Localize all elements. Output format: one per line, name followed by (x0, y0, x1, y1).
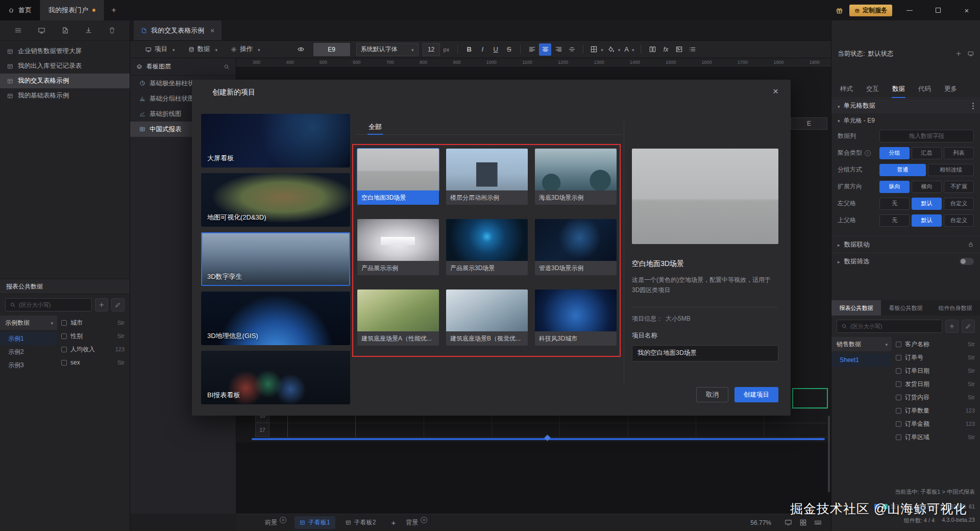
template-card[interactable]: 建筑底座场景B（视觉优... (446, 289, 528, 346)
data-source-tab[interactable]: 组件自身数据 (930, 300, 980, 316)
field-row[interactable]: 订单日期 Str (892, 364, 980, 377)
field-row[interactable]: 性别 Str (57, 329, 130, 343)
foreground-button[interactable]: 前景 (265, 518, 286, 527)
field-row[interactable]: 人均收入 123 (57, 343, 130, 356)
panel-search-input[interactable]: (区分大小写) (837, 320, 942, 333)
template-card[interactable]: 楼层分层动画示例 (446, 149, 528, 205)
font-size-select[interactable]: 12 (423, 43, 440, 56)
top-parent-option[interactable]: 默认 (912, 214, 942, 227)
vertical-scrollbar[interactable] (828, 416, 830, 492)
sheet-item[interactable]: 示例2 (0, 345, 57, 358)
field-checkbox[interactable] (896, 355, 901, 360)
expand-direction-option[interactable]: 不扩展 (944, 181, 974, 193)
field-row[interactable]: 订单金额 123 (892, 417, 980, 430)
function-button[interactable]: fx (659, 43, 672, 56)
dataset-select[interactable]: 示例数据 (0, 316, 57, 330)
subboard-tab[interactable]: 子看板2 (340, 516, 381, 529)
aggregation-option[interactable]: 分组 (879, 147, 910, 159)
panel-tab[interactable]: 更多 (938, 81, 964, 98)
field-checkbox[interactable] (896, 408, 901, 414)
fit-screen-icon[interactable] (785, 519, 792, 526)
template-card[interactable]: 海底3D场景示例 (535, 149, 617, 205)
minimize-button[interactable] (898, 0, 921, 20)
fill-color-button[interactable] (606, 43, 622, 56)
underline-button[interactable]: U (489, 43, 502, 56)
sidebar-item[interactable]: 我的交叉表格示例 (0, 74, 130, 88)
field-checkbox[interactable] (61, 347, 67, 352)
bold-button[interactable]: B (463, 43, 475, 56)
category-card[interactable]: 大屏看板 (201, 114, 350, 167)
add-dataset-button[interactable] (95, 298, 108, 311)
merge-cells-button[interactable] (646, 43, 658, 56)
filter-tab-all[interactable]: 全部 (363, 119, 387, 134)
delete-button[interactable] (106, 25, 118, 36)
left-parent-option[interactable]: 默认 (912, 198, 942, 210)
panel-tab[interactable]: 数据 (886, 81, 912, 98)
category-card[interactable]: BI报表看板 (201, 351, 350, 404)
field-checkbox[interactable] (896, 381, 901, 387)
custom-service-badge[interactable]: 定制服务 (849, 5, 892, 16)
font-color-button[interactable]: A (623, 43, 635, 56)
background-button[interactable]: 背景 (406, 518, 427, 527)
panel-tab[interactable]: 代码 (912, 81, 938, 98)
sheet-item[interactable]: 示例3 (0, 358, 57, 372)
current-state-value[interactable]: 默认状态 (868, 50, 893, 58)
visibility-toggle-button[interactable] (295, 43, 307, 56)
insert-image-button[interactable] (673, 43, 685, 56)
selected-cell[interactable] (792, 388, 828, 408)
list-format-button[interactable] (686, 43, 698, 56)
grouping-option[interactable]: 普通 (879, 164, 926, 176)
field-row[interactable]: 订单区域 Str (892, 430, 980, 444)
subboard-tab[interactable]: 子看板1 (295, 516, 335, 529)
sidebar-item[interactable]: 我的基础表格示例 (0, 88, 130, 103)
state-panel-icon[interactable] (968, 51, 974, 57)
dataset-select[interactable]: 销售数据 (831, 337, 892, 351)
align-right-button[interactable] (552, 43, 565, 56)
close-button[interactable] (955, 0, 978, 20)
field-row[interactable]: 订货内容 Str (892, 391, 980, 404)
left-parent-option[interactable]: 无 (879, 198, 910, 210)
add-dataset-button[interactable] (945, 320, 959, 333)
panel-tab[interactable]: 交互 (860, 81, 886, 98)
row-header-17[interactable]: 17 (255, 423, 270, 437)
template-card[interactable]: 产品展示3D场景 (446, 219, 528, 275)
field-row[interactable]: 客户名称 Str (892, 337, 980, 351)
zoom-level[interactable]: 56.77% (750, 519, 771, 526)
project-name-input[interactable]: 我的空白地面3D场景 (632, 345, 778, 361)
tab-portal[interactable]: 我的报表门户 (40, 0, 104, 20)
new-dashboard-button[interactable] (36, 25, 47, 36)
column-header-e[interactable]: E (791, 117, 827, 130)
expand-direction-option[interactable]: 横向 (912, 181, 942, 193)
left-parent-option[interactable]: 自定义 (944, 198, 974, 210)
sheet-item[interactable]: Sheet1 (831, 353, 892, 367)
category-card[interactable]: 地图可视化(2D&3D) (201, 173, 350, 227)
layers-search-button[interactable] (224, 64, 230, 70)
top-parent-option[interactable]: 无 (879, 214, 910, 227)
strikethrough-button[interactable]: S (503, 43, 515, 56)
category-card[interactable]: 3D数字孪生 (201, 232, 350, 286)
category-card[interactable]: 3D地理信息(GIS) (201, 292, 350, 345)
sheet-item[interactable]: 示例1 (0, 332, 57, 345)
field-checkbox[interactable] (896, 342, 901, 347)
create-project-button[interactable]: 创建项目 (734, 387, 778, 402)
field-checkbox[interactable] (61, 320, 67, 326)
new-file-button[interactable] (59, 25, 71, 36)
panel-tab[interactable]: 样式 (834, 81, 860, 98)
import-button[interactable] (83, 25, 94, 36)
menu-data[interactable]: 数据 (182, 41, 224, 58)
template-card[interactable]: 建筑底座场景A（性能优... (357, 289, 439, 346)
new-tab-button[interactable] (104, 0, 124, 20)
grouping-option[interactable]: 相邻连续 (928, 164, 974, 176)
field-checkbox[interactable] (896, 368, 901, 374)
field-checkbox[interactable] (61, 360, 67, 366)
plus-icon[interactable] (955, 51, 962, 57)
aggregation-option[interactable]: 汇总 (912, 147, 942, 159)
edit-dataset-button[interactable] (111, 298, 125, 311)
vertical-align-button[interactable] (566, 43, 578, 56)
menu-operate[interactable]: 操作 (225, 41, 266, 58)
sidebar-item[interactable]: 我的出入库登记记录表 (0, 59, 130, 74)
keyboard-shortcut-icon[interactable] (814, 519, 822, 526)
more-options-icon[interactable] (972, 105, 974, 107)
font-family-select[interactable]: 系统默认字体 (356, 43, 419, 56)
template-card[interactable]: 空白地面3D场景 (357, 149, 439, 205)
